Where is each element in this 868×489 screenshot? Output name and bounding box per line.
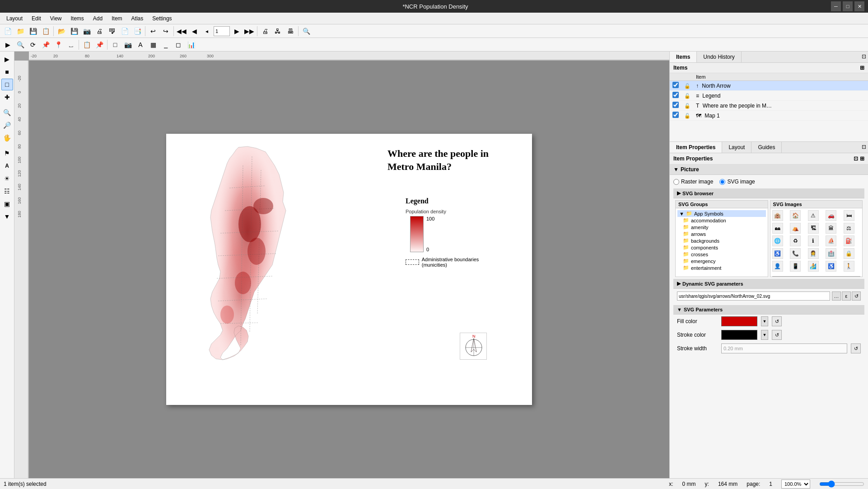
tb-last[interactable]: ▶▶ xyxy=(243,25,255,37)
tool-add-map3[interactable]: ▣ xyxy=(1,198,13,210)
svg-img-10[interactable]: ⚖ xyxy=(844,223,854,234)
tb-snap[interactable]: ⎵ xyxy=(65,39,77,51)
tb-prev2[interactable]: ◄ xyxy=(201,25,213,37)
tb-saveas[interactable]: 📋 xyxy=(40,25,51,37)
svg-img-11[interactable]: 🌐 xyxy=(772,235,783,246)
stroke-color-swatch[interactable] xyxy=(721,330,757,340)
visibility-title[interactable] xyxy=(672,102,679,108)
svg-img-2[interactable]: 🏠 xyxy=(790,210,801,221)
tb-export-pdf[interactable]: 📑 xyxy=(131,25,143,37)
section-dynamic-svg[interactable]: ▶ Dynamic SVG parameters xyxy=(673,279,864,289)
svg-img-24[interactable]: ♿ xyxy=(826,261,836,272)
svg-img-14[interactable]: ⛵ xyxy=(826,235,836,246)
stroke-color-reset[interactable]: ↺ xyxy=(772,330,782,340)
fill-color-dropdown[interactable]: ▼ xyxy=(761,316,768,326)
tb-prev[interactable]: ◀ xyxy=(188,25,200,37)
svg-img-9[interactable]: 🏛 xyxy=(826,223,836,234)
tb-printfull[interactable]: 🖶 xyxy=(285,25,296,37)
svg-path-input[interactable] xyxy=(677,292,830,301)
maximize-button[interactable]: □ xyxy=(843,1,853,11)
menu-atlas[interactable]: Atlas xyxy=(127,14,148,23)
tb-add-map[interactable]: □ xyxy=(109,39,121,51)
stroke-width-reset[interactable]: ↺ xyxy=(851,343,861,353)
tab-items[interactable]: Items xyxy=(670,52,697,62)
svg-img-20[interactable]: 🔒 xyxy=(844,248,854,259)
svg-img-15[interactable]: ⛽ xyxy=(844,235,854,246)
tb-export-img[interactable]: 📷 xyxy=(81,25,93,37)
tb-print2[interactable]: 🖦 xyxy=(106,25,118,37)
svg-search[interactable] xyxy=(772,276,861,277)
tb-add-chart[interactable]: 📊 xyxy=(185,39,197,51)
svg-path-browse[interactable]: … xyxy=(832,292,841,301)
tb-refresh[interactable]: ⟳ xyxy=(27,39,39,51)
menu-item[interactable]: Item xyxy=(107,14,126,23)
svg-group-app-symbols[interactable]: ▼ 📁 App Symbols xyxy=(677,210,766,217)
tool-add-img2[interactable]: ☀ xyxy=(1,173,13,184)
tb-pan-t[interactable]: 📌 xyxy=(40,39,51,51)
tb-add-shape[interactable]: ◻ xyxy=(173,39,184,51)
svg-group-components[interactable]: 📁 components xyxy=(677,244,766,251)
prop-panel-opts[interactable]: ⊡ xyxy=(860,142,868,153)
svg-group-amenity[interactable]: 📁 amenity xyxy=(677,224,766,230)
tb-copy-item[interactable]: 📋 xyxy=(81,39,93,51)
svg-group-backgrounds[interactable]: 📁 backgrounds xyxy=(677,237,766,244)
tb-cursor[interactable]: ▶ xyxy=(2,39,14,51)
tab-undo[interactable]: Undo History xyxy=(697,52,741,62)
svg-img-17[interactable]: 📞 xyxy=(790,248,801,259)
item-row-legend[interactable]: 🔓 ≡ Legend xyxy=(670,91,868,101)
radio-svg[interactable] xyxy=(719,179,725,185)
menu-add[interactable]: Add xyxy=(89,14,107,23)
tool-zoom-in[interactable]: 🔍 xyxy=(1,107,13,118)
tb-save[interactable]: 💾 xyxy=(27,25,39,37)
svg-img-7[interactable]: ⛺ xyxy=(790,223,801,234)
minimize-button[interactable]: ─ xyxy=(831,1,841,11)
prop-collapse[interactable]: ⊡ xyxy=(854,155,858,162)
item-row-north-arrow[interactable]: 🔓 ↑ North Arrow xyxy=(670,81,868,91)
tool-hand[interactable]: 🖐 xyxy=(1,132,13,144)
close-button[interactable]: ✕ xyxy=(854,1,864,11)
tab-guides[interactable]: Guides xyxy=(751,142,782,153)
items-settings[interactable]: ⊞ xyxy=(860,65,864,71)
svg-img-1[interactable]: 🏨 xyxy=(772,210,783,221)
svg-img-19[interactable]: 🏥 xyxy=(826,248,836,259)
tool-add-text2[interactable]: A xyxy=(1,160,13,172)
page-input[interactable] xyxy=(214,26,230,36)
tb-paste-item[interactable]: 📌 xyxy=(93,39,105,51)
tab-layout[interactable]: Layout xyxy=(722,142,751,153)
tool-add-pin[interactable]: ▼ xyxy=(1,211,13,222)
tool-add-legend3[interactable]: ☷ xyxy=(1,185,13,197)
tb-open[interactable]: 📁 xyxy=(14,25,26,37)
tb-undo[interactable]: ↩ xyxy=(147,25,159,37)
tb-first[interactable]: ◀◀ xyxy=(176,25,187,37)
svg-group-crosses[interactable]: 📁 crosses xyxy=(677,251,766,258)
svg-group-arrows[interactable]: 📁 arrows xyxy=(677,230,766,237)
svg-path-expr[interactable]: ε xyxy=(842,292,851,301)
svg-img-5[interactable]: 🛏 xyxy=(844,210,854,221)
menu-items[interactable]: Items xyxy=(66,14,89,23)
items-panel-opts[interactable]: ⊡ xyxy=(860,52,868,62)
tool-select[interactable]: ▶ xyxy=(1,53,13,65)
svg-img-6[interactable]: 🏘 xyxy=(772,223,783,234)
tb-print[interactable]: 🖨 xyxy=(93,25,105,37)
svg-path-reset[interactable]: ↺ xyxy=(852,292,861,301)
svg-img-16[interactable]: ♿ xyxy=(772,248,783,259)
section-svg-browser[interactable]: ▶ SVG browser xyxy=(673,188,864,198)
svg-img-25[interactable]: 🚶 xyxy=(844,261,854,272)
svg-img-23[interactable]: 🏄 xyxy=(808,261,819,272)
visibility-map[interactable] xyxy=(672,112,679,118)
tb-open2[interactable]: 📂 xyxy=(56,25,67,37)
tool-pan[interactable]: ■ xyxy=(1,66,13,78)
svg-img-18[interactable]: 👩‍⚕️ xyxy=(808,248,819,259)
item-row-map[interactable]: 🔓 🗺 Map 1 xyxy=(670,111,868,121)
tab-item-properties[interactable]: Item Properties xyxy=(670,142,722,153)
tb-zoom-t[interactable]: 🔍 xyxy=(14,39,26,51)
menu-layout[interactable]: Layout xyxy=(2,14,27,23)
svg-img-4[interactable]: 🚗 xyxy=(826,210,836,221)
menu-view[interactable]: View xyxy=(46,14,66,23)
svg-img-13[interactable]: ℹ xyxy=(808,235,819,246)
tb-add-text[interactable]: A xyxy=(135,39,146,51)
tool-snap[interactable]: ⚑ xyxy=(1,147,13,159)
menu-edit[interactable]: Edit xyxy=(27,14,46,23)
tool-zoom-out[interactable]: 🔎 xyxy=(1,119,13,131)
tool-edit-node[interactable]: □ xyxy=(1,79,13,90)
